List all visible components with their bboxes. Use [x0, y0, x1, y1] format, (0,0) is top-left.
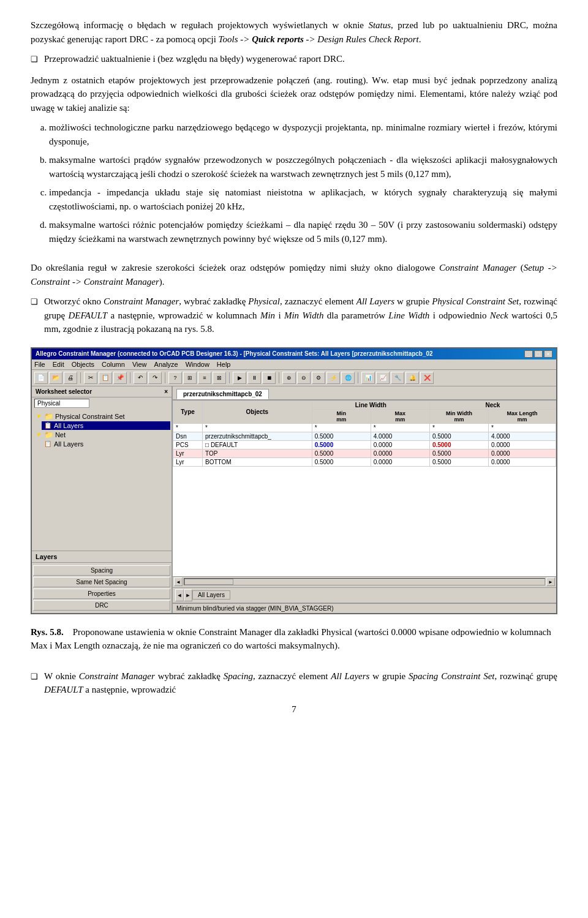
cell-type-3: Lyr: [173, 449, 203, 457]
left-panel: Worksheet selector × Physical ▼ 📁 Physic…: [32, 386, 173, 613]
alpha-list: możliwości technologiczne parku narzędzi…: [49, 121, 557, 246]
toolbar-cut[interactable]: ✂: [84, 372, 97, 384]
toolbar-new[interactable]: 📄: [34, 372, 48, 384]
cell-nk-max-0: *: [489, 423, 556, 432]
cell-nk-min-0: *: [429, 423, 488, 432]
tab-next-btn[interactable]: ►: [184, 589, 192, 601]
toolbar-btn-17[interactable]: ❌: [420, 372, 434, 384]
nav-drc[interactable]: DRC: [33, 600, 170, 611]
scroll-right-btn[interactable]: ►: [546, 578, 555, 586]
minimize-button[interactable]: _: [524, 350, 533, 358]
bottom-tab-all-layers[interactable]: All Layers: [192, 590, 230, 600]
th-linewidth-group: Line Width: [312, 401, 429, 409]
toolbar-btn-15[interactable]: 🔧: [391, 372, 404, 384]
tree-item-net[interactable]: ▼ 📁 Net: [33, 430, 170, 440]
bottom-nav: Spacing Same Net Spacing Properties DRC: [32, 562, 172, 613]
ws-selector: Physical: [32, 397, 172, 409]
window-title: Allegro Constraint Manager (connected to…: [36, 350, 433, 357]
nav-properties[interactable]: Properties: [33, 589, 170, 599]
menu-help[interactable]: Help: [217, 361, 231, 368]
toolbar-open[interactable]: 📂: [49, 372, 62, 384]
toolbar-copy[interactable]: 📋: [99, 372, 112, 384]
tab-prev-btn[interactable]: ◄: [175, 589, 184, 601]
toolbar-redo[interactable]: ↷: [148, 372, 162, 384]
toolbar-btn-12[interactable]: 🌐: [341, 372, 355, 384]
toolbar: 📄 📂 🖨 ✂ 📋 📌 ↶ ↷ ? ⊞ ≡ ⊠ ▶ ⏸ ⏹ ⊕ ⊖ ⚙ ⚡ 🌐: [32, 370, 556, 386]
tree-item-pcs[interactable]: ▼ 📁 Physical Constraint Set: [33, 412, 170, 421]
toolbar-btn-14[interactable]: 📈: [376, 372, 390, 384]
toolbar-btn-16[interactable]: 🔔: [405, 372, 419, 384]
table-row: Lyr BOTTOM 0.5000 0.0000 0.5000 0.0000: [173, 457, 556, 466]
bullet-item-3: ❏ W oknie Constraint Manager wybrać zakł…: [31, 669, 557, 697]
toolbar-btn-8[interactable]: ⊕: [282, 372, 296, 384]
cell-lw-min-2: 0.5000: [312, 440, 371, 449]
bullet-text-2: Otworzyć okno Constraint Manager, wybrać…: [44, 295, 557, 336]
screenshot-window: Allegro Constraint Manager (connected to…: [31, 347, 557, 614]
cell-obj-3: TOP: [203, 449, 312, 457]
ws-close-icon[interactable]: ×: [164, 388, 168, 395]
cell-nk-max-3: 0.0000: [489, 449, 556, 457]
toolbar-paste[interactable]: 📌: [113, 372, 127, 384]
statusbar-text: Minimum blind/buried via stagger (MIN_BV…: [176, 605, 334, 612]
caption-text: Proponowane ustawienia w oknie Constrain…: [31, 627, 551, 651]
close-button[interactable]: ×: [544, 350, 552, 358]
toolbar-btn-11[interactable]: ⚡: [326, 372, 340, 384]
paragraph-1: Szczegółową informację o błędach w reguł…: [31, 18, 557, 46]
cell-lw-min-4: 0.5000: [312, 457, 371, 466]
bullet-text-1: Przeprowadzić uaktualnienie i (bez wzglę…: [44, 52, 345, 66]
toolbar-undo[interactable]: ↶: [134, 372, 147, 384]
th-nk-min: Min Widthmm: [429, 409, 488, 423]
cell-lw-min-0: *: [312, 423, 371, 432]
cell-lw-max-3: 0.0000: [371, 449, 429, 457]
menu-file[interactable]: File: [34, 361, 45, 368]
cell-obj-4: BOTTOM: [203, 457, 312, 466]
maximize-button[interactable]: □: [534, 350, 543, 358]
tree-item-all-layers-pcs[interactable]: 📋 All Layers: [42, 421, 170, 430]
th-neck-group: Neck: [429, 401, 556, 409]
bottom-tab-bar: ◄ ► All Layers: [173, 587, 556, 603]
cell-type-1: Dsn: [173, 432, 203, 440]
cell-lw-max-4: 0.0000: [371, 457, 429, 466]
toolbar-sep-4: [229, 372, 230, 383]
nav-spacing[interactable]: Spacing: [33, 565, 170, 576]
cell-nk-max-2: 0.0000: [489, 440, 556, 449]
toolbar-btn-4[interactable]: ⊠: [213, 372, 226, 384]
ws-dropdown[interactable]: Physical: [34, 399, 89, 408]
toolbar-btn-13[interactable]: 📊: [361, 372, 375, 384]
nav-same-net-spacing[interactable]: Same Net Spacing: [33, 577, 170, 587]
main-panel: przerzutnikschmittapcb_02 Type Objects L…: [173, 386, 556, 613]
tree-label-net: Net: [55, 431, 66, 438]
bullet-text-3: W oknie Constraint Manager wybrać zakład…: [44, 669, 557, 697]
paragraph-4: Do określania reguł w zakresie szerokośc…: [31, 261, 557, 288]
tree-item-all-layers-net[interactable]: 📋 All Layers: [42, 440, 170, 448]
menu-view[interactable]: View: [132, 361, 147, 368]
toolbar-btn-7[interactable]: ⏹: [262, 372, 276, 384]
cell-nk-min-3: 0.5000: [429, 449, 488, 457]
scroll-left-btn[interactable]: ◄: [174, 578, 183, 586]
hscroll-thumb[interactable]: [184, 579, 233, 585]
menu-window[interactable]: Window: [186, 361, 209, 368]
main-tab[interactable]: przerzutnikschmittapcb_02: [176, 389, 269, 399]
menu-analyze[interactable]: Analyze: [154, 361, 178, 368]
tree-label-all-layers-net: All Layers: [54, 440, 83, 448]
ws-header: Worksheet selector ×: [32, 386, 172, 397]
doc-icon-pcs: 📋: [44, 422, 51, 429]
toolbar-btn-1[interactable]: ?: [168, 372, 182, 384]
toolbar-btn-2[interactable]: ⊞: [183, 372, 197, 384]
menu-edit[interactable]: Edit: [53, 361, 64, 368]
menu-column[interactable]: Column: [102, 361, 125, 368]
toolbar-btn-6[interactable]: ⏸: [247, 372, 261, 384]
toolbar-btn-3[interactable]: ≡: [198, 372, 211, 384]
toolbar-btn-5[interactable]: ▶: [233, 372, 246, 384]
list-item-d: maksymalne wartości różnic potencjałów p…: [49, 218, 557, 246]
cell-obj-2: □ DEFAULT: [203, 440, 312, 449]
th-objects: Objects: [203, 401, 312, 423]
toolbar-btn-9[interactable]: ⊖: [297, 372, 311, 384]
list-item-c: impedancja - impedancja układu staje się…: [49, 186, 557, 213]
toolbar-btn-10[interactable]: ⚙: [312, 372, 325, 384]
statusbar: Minimum blind/buried via stagger (MIN_BV…: [173, 603, 556, 613]
menu-objects[interactable]: Objects: [72, 361, 94, 368]
paragraph-3: Jednym z ostatnich etapów projektowych j…: [31, 73, 557, 115]
toolbar-print[interactable]: 🖨: [64, 372, 77, 384]
tree-panel: ▼ 📁 Physical Constraint Set 📋 All Layers…: [32, 409, 172, 551]
